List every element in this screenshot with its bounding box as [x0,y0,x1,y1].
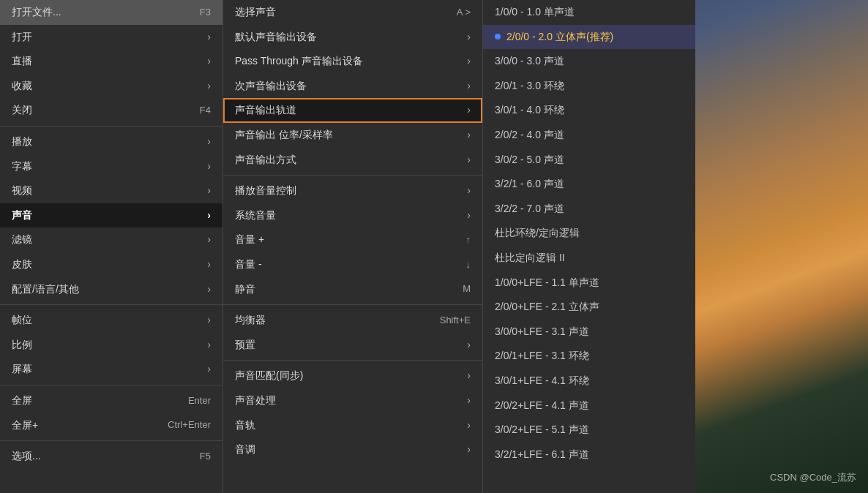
menu-screen[interactable]: 屏幕 › [0,357,222,382]
menu-close[interactable]: 关闭 F4 [0,98,222,123]
channel-3-2-2[interactable]: 3/2/2 - 7.0 声道 [483,197,695,222]
audio-sync[interactable]: 声音匹配(同步) › [223,364,482,388]
menu-ratio[interactable]: 比例 › [0,333,222,358]
channel-2-0-2[interactable]: 2/0/2 - 4.0 声道 [483,123,695,148]
menu-live[interactable]: 直播 › [0,49,222,74]
watermark: CSDN @Code_流苏 [770,471,856,484]
audio-volume-up[interactable]: 音量 + ↑ [223,227,482,252]
audio-volume-down[interactable]: 音量 - ↓ [223,252,482,277]
menu-fullscreen-plus[interactable]: 全屏+ Ctrl+Enter [0,413,222,438]
audio-mute[interactable]: 静音 M [223,277,482,302]
separator-1 [0,126,222,127]
audio-equalizer[interactable]: 均衡器 Shift+E [223,308,482,333]
menu-frame[interactable]: 帧位 › [0,308,222,333]
channel-2-0-2-lfe[interactable]: 2/0/2+LFE - 4.1 声道 [483,394,695,418]
menu-play[interactable]: 播放 › [0,129,222,154]
separator-a3 [223,360,482,361]
audio-volume-control[interactable]: 播放音量控制 › [223,178,482,203]
menu-filter[interactable]: 滤镜 › [0,227,222,252]
separator-3 [0,385,222,385]
audio-presets[interactable]: 预置 › [223,333,482,358]
output-channels-column: 1/0/0 - 1.0 单声道 2/0/0 - 2.0 立体声(推荐) 3/0/… [483,0,695,493]
menu-options[interactable]: 选项... F5 [0,444,222,469]
channel-dolby-surround[interactable]: 杜比环绕/定向逻辑 [483,221,695,246]
channel-dolby-prologic2[interactable]: 杜比定向逻辑 II [483,246,695,271]
menu-favorites[interactable]: 收藏 › [0,74,222,99]
audio-output-method[interactable]: 声音输出方式 › [223,148,482,173]
menu-video[interactable]: 视频 › [0,178,222,203]
audio-secondary-output[interactable]: 次声音输出设备 › [223,74,482,99]
channel-1-0-0-lfe[interactable]: 1/0/0+LFE - 1.1 单声道 [483,271,695,296]
channel-1-0-0[interactable]: 1/0/0 - 1.0 单声道 [483,0,695,25]
main-menu-column: 打开文件... F3 打开 › 直播 › 收藏 › 关闭 F4 播放 › 字幕 … [0,0,223,493]
menu-open-file[interactable]: 打开文件... F3 [0,0,222,25]
audio-passthrough-output[interactable]: Pass Through 声音输出设备 › [223,49,482,74]
channel-3-2-1-lfe[interactable]: 3/2/1+LFE - 6.1 声道 [483,443,695,467]
channel-3-0-1[interactable]: 3/0/1 - 4.0 环绕 [483,98,695,123]
channel-3-0-0[interactable]: 3/0/0 - 3.0 声道 [483,49,695,74]
channel-2-0-1[interactable]: 2/0/1 - 3.0 环绕 [483,74,695,99]
channel-3-0-1-lfe[interactable]: 3/0/1+LFE - 4.1 环绕 [483,369,695,394]
channel-3-0-2[interactable]: 3/0/2 - 5.0 声道 [483,148,695,173]
audio-output-track[interactable]: 声音输出轨道 › [223,98,482,123]
menu-container: 打开文件... F3 打开 › 直播 › 收藏 › 关闭 F4 播放 › 字幕 … [0,0,695,493]
audio-submenu-column: 选择声音 A > 默认声音输出设备 › Pass Through 声音输出设备 … [223,0,483,493]
menu-config[interactable]: 配置/语言/其他 › [0,277,222,302]
menu-open[interactable]: 打开 › [0,25,222,50]
audio-pitch[interactable]: 音调 › [223,437,482,462]
audio-default-output[interactable]: 默认声音输出设备 › [223,25,482,50]
audio-select-sound[interactable]: 选择声音 A > [223,0,482,25]
audio-bitrate-samplerate[interactable]: 声音输出 位率/采样率 › [223,123,482,148]
channel-3-0-2-lfe[interactable]: 3/0/2+LFE - 5.1 声道 [483,418,695,443]
channel-2-0-0-lfe[interactable]: 2/0/0+LFE - 2.1 立体声 [483,295,695,320]
channel-3-0-0-lfe[interactable]: 3/0/0+LFE - 3.1 声道 [483,320,695,345]
menu-audio[interactable]: 声音 › [0,203,222,228]
channel-2-0-1-lfe[interactable]: 2/0/1+LFE - 3.1 环绕 [483,344,695,369]
separator-a1 [223,175,482,176]
audio-system-volume[interactable]: 系统音量 › [223,203,482,228]
separator-2 [0,304,222,305]
menu-fullscreen[interactable]: 全屏 Enter [0,388,222,413]
channel-2-0-0-selected[interactable]: 2/0/0 - 2.0 立体声(推荐) [483,25,695,50]
audio-processing[interactable]: 声音处理 › [223,388,482,413]
separator-a2 [223,304,482,305]
channel-3-2-1[interactable]: 3/2/1 - 6.0 声道 [483,172,695,197]
menu-subtitle[interactable]: 字幕 › [0,154,222,179]
selected-indicator [495,34,501,39]
menu-skin[interactable]: 皮肤 › [0,252,222,277]
audio-track[interactable]: 音轨 › [223,413,482,438]
separator-4 [0,440,222,441]
